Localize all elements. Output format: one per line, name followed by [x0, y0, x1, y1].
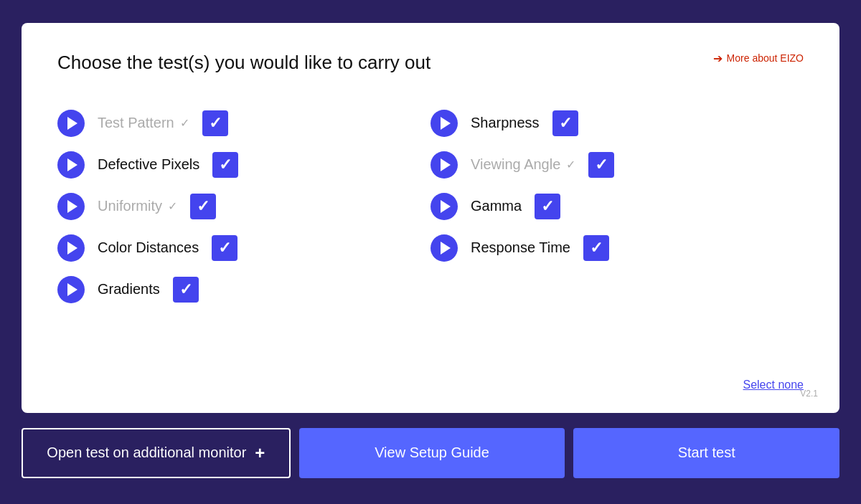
play-button-gradients[interactable]	[57, 276, 85, 303]
test-label-defective-pixels: Defective Pixels	[98, 156, 199, 173]
test-label-response-time: Response Time	[471, 239, 570, 256]
select-none-link[interactable]: Select none	[743, 379, 804, 391]
play-icon	[441, 200, 451, 213]
play-button-gamma[interactable]	[430, 193, 458, 220]
check-mark: ✓	[541, 199, 554, 214]
test-row-response-time: Response Time✓	[430, 227, 804, 269]
play-icon	[67, 242, 77, 255]
tests-left-column: Test Pattern✓✓Defective Pixels✓Uniformit…	[57, 103, 430, 367]
test-label-uniformity: Uniformity	[98, 198, 162, 214]
checkmark-icon: ✓	[180, 116, 189, 130]
more-about-eizo-link[interactable]: ➔ More about EIZO	[713, 52, 804, 65]
play-button-test-pattern[interactable]	[57, 110, 85, 137]
checkbox-gradients[interactable]: ✓	[173, 277, 199, 303]
start-test-label: Start test	[678, 444, 735, 461]
test-row-viewing-angle: Viewing Angle✓✓	[430, 144, 804, 186]
test-row-gamma: Gamma✓	[430, 186, 804, 227]
start-test-button[interactable]: Start test	[573, 428, 839, 478]
play-icon	[67, 158, 77, 171]
play-icon	[67, 283, 77, 296]
play-button-viewing-angle[interactable]	[430, 151, 458, 179]
test-row-sharpness: Sharpness✓	[430, 103, 804, 144]
test-label-test-pattern: Test Pattern	[98, 115, 174, 131]
checkbox-response-time[interactable]: ✓	[583, 235, 609, 261]
play-button-sharpness[interactable]	[430, 110, 458, 137]
view-setup-guide-button[interactable]: View Setup Guide	[299, 428, 565, 478]
checkbox-viewing-angle[interactable]: ✓	[588, 152, 614, 178]
check-mark: ✓	[179, 282, 192, 298]
test-row-color-distances: Color Distances✓	[57, 227, 430, 269]
play-button-color-distances[interactable]	[57, 234, 85, 262]
test-label-color-distances: Color Distances	[98, 239, 199, 256]
check-mark: ✓	[595, 157, 608, 173]
check-mark: ✓	[559, 115, 572, 131]
test-row-defective-pixels: Defective Pixels✓	[57, 144, 430, 186]
checkbox-gamma[interactable]: ✓	[535, 194, 560, 219]
checkmark-icon: ✓	[168, 199, 177, 213]
version-label: V2.1	[800, 389, 818, 399]
view-setup-guide-label: View Setup Guide	[375, 444, 489, 461]
play-icon	[441, 158, 451, 171]
test-label-gradients: Gradients	[98, 281, 160, 298]
play-button-response-time[interactable]	[430, 234, 458, 262]
play-icon	[67, 200, 77, 213]
test-label-sharpness: Sharpness	[471, 115, 540, 131]
check-mark: ✓	[218, 240, 231, 256]
checkbox-test-pattern[interactable]: ✓	[202, 110, 228, 136]
check-mark: ✓	[197, 199, 210, 214]
plus-icon: +	[255, 443, 265, 463]
checkbox-color-distances[interactable]: ✓	[212, 235, 237, 261]
open-monitor-label: Open test on additional monitor	[47, 444, 246, 461]
external-link-icon: ➔	[713, 52, 723, 65]
checkbox-defective-pixels[interactable]: ✓	[212, 152, 238, 178]
play-icon	[441, 117, 451, 130]
checkbox-uniformity[interactable]: ✓	[190, 194, 216, 219]
check-mark: ✓	[590, 240, 603, 256]
play-button-defective-pixels[interactable]	[57, 151, 85, 179]
play-icon	[67, 117, 77, 130]
checkbox-sharpness[interactable]: ✓	[552, 110, 578, 136]
play-button-uniformity[interactable]	[57, 193, 85, 220]
test-row-gradients: Gradients✓	[57, 269, 430, 310]
test-row-uniformity: Uniformity✓✓	[57, 186, 430, 227]
page-title: Choose the test(s) you would like to car…	[57, 52, 430, 74]
check-mark: ✓	[209, 115, 222, 131]
more-link-label: More about EIZO	[727, 52, 804, 64]
tests-right-column: Sharpness✓Viewing Angle✓✓Gamma✓Response …	[430, 103, 804, 367]
checkmark-icon: ✓	[566, 158, 575, 171]
test-label-viewing-angle: Viewing Angle	[471, 156, 560, 173]
open-monitor-button[interactable]: Open test on additional monitor +	[22, 428, 291, 478]
test-label-gamma: Gamma	[471, 198, 522, 214]
check-mark: ✓	[219, 157, 232, 173]
test-row-test-pattern: Test Pattern✓✓	[57, 103, 430, 144]
play-icon	[441, 242, 451, 255]
